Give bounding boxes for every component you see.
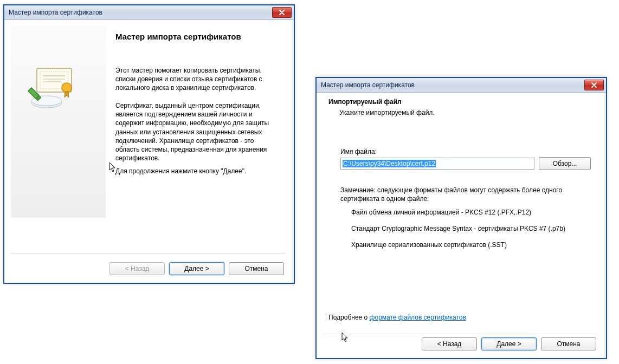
wizard-banner <box>11 25 106 218</box>
titlebar[interactable]: Мастер импорта сертификатов <box>317 78 606 93</box>
file-name-label: Имя файла: <box>340 148 377 155</box>
back-button: < Назад <box>109 262 165 275</box>
titlebar[interactable]: Мастер импорта сертификатов <box>4 5 294 20</box>
wizard-description-text: Сертификат, выданный центром сертификаци… <box>115 101 278 162</box>
wizard-continue-text: Для продолжения нажмите кнопку "Далее". <box>115 167 278 175</box>
format-list: Файл обмена личной информацией - PKCS #1… <box>351 209 580 257</box>
browse-button[interactable]: Обзор... <box>539 157 591 170</box>
close-icon <box>591 82 597 88</box>
format-item: Файл обмена личной информацией - PKCS #1… <box>351 209 580 216</box>
step-title: Импортируемый файл <box>328 98 402 106</box>
dialog-body: Мастер импорта сертификатов Этот мастер … <box>4 20 292 283</box>
wizard-heading: Мастер импорта сертификатов <box>115 32 241 41</box>
next-button[interactable]: Далее > <box>481 337 537 350</box>
file-path-value: C:\Users\py34\Desktop\cert.p12 <box>343 160 436 167</box>
back-button[interactable]: < Назад <box>422 337 477 350</box>
more-info-prefix: Подробнее о <box>328 314 370 321</box>
file-input-row: C:\Users\py34\Desktop\cert.p12 Обзор... <box>340 157 591 170</box>
close-button[interactable] <box>272 7 292 18</box>
wizard-dialog-file: Мастер импорта сертификатов Импортируемы… <box>315 77 607 359</box>
cancel-button[interactable]: Отмена <box>541 337 596 350</box>
format-item: Хранилище сериализованных сертификатов (… <box>351 241 580 249</box>
window-title: Мастер импорта сертификатов <box>9 9 102 16</box>
window-title: Мастер импорта сертификатов <box>321 81 415 89</box>
separator <box>11 253 285 253</box>
button-row: < Назад Далее > Отмена <box>422 337 596 350</box>
wizard-header: Импортируемый файл Укажите импортируемый… <box>317 93 604 128</box>
wizard-body: Имя файла: C:\Users\py34\Desktop\cert.p1… <box>317 127 604 334</box>
step-subtitle: Укажите импортируемый файл. <box>339 109 435 116</box>
more-info-link[interactable]: формате файлов сертификатов <box>370 314 466 321</box>
separator <box>323 334 597 334</box>
dialog-body: Импортируемый файл Укажите импортируемый… <box>317 93 604 358</box>
next-button[interactable]: Далее > <box>169 262 224 275</box>
file-path-input[interactable]: C:\Users\py34\Desktop\cert.p12 <box>340 158 534 170</box>
cancel-button[interactable]: Отмена <box>229 262 284 275</box>
close-button[interactable] <box>584 80 604 90</box>
wizard-dialog-welcome: Мастер импорта сертификатов <box>3 4 295 284</box>
button-row: < Назад Далее > Отмена <box>109 262 284 275</box>
certificate-icon <box>27 66 79 112</box>
format-item: Стандарт Cryptographic Message Syntax - … <box>351 225 580 232</box>
more-info: Подробнее о формате файлов сертификатов <box>328 314 466 321</box>
format-note: Замечание: следующие форматы файлов могу… <box>340 186 580 203</box>
svg-point-5 <box>62 83 72 93</box>
wizard-intro-text: Этот мастер помогает копировать сертифик… <box>115 66 278 93</box>
close-icon <box>279 10 285 15</box>
